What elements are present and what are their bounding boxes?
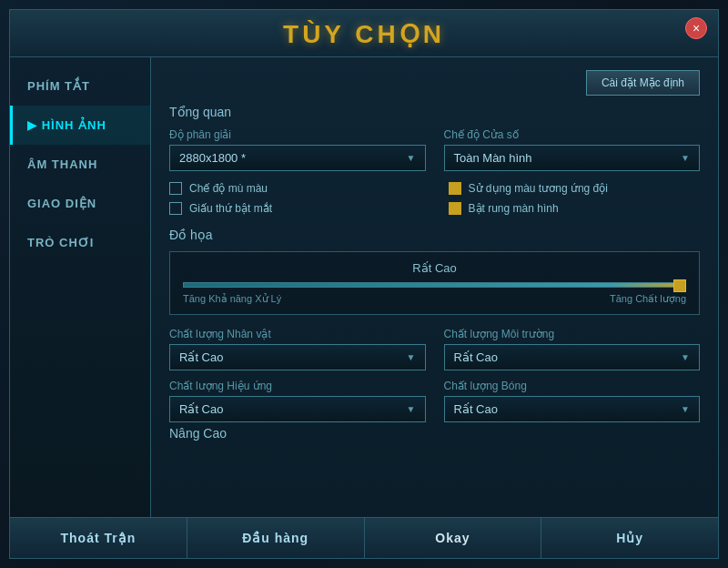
- dau-hang-button[interactable]: Đầu hàng: [187, 518, 365, 558]
- resolution-col: Độ phân giải 2880x1800 * ▼: [169, 128, 426, 171]
- moi-truong-arrow-icon: ▼: [681, 352, 690, 362]
- checkbox-col-left: Chế độ mù màu Giấu thứ bật mắt: [169, 182, 421, 215]
- graphics-section: Đồ họa Rất Cao Tăng Khả năng Xử Lý Tăng …: [169, 228, 700, 422]
- checkbox-bat-rung-box[interactable]: [449, 202, 461, 215]
- checkbox-section: Chế độ mù màu Giấu thứ bật mắt Sử dụng m…: [169, 182, 700, 215]
- advanced-section: Nâng Cao: [169, 426, 700, 441]
- checkbox-mu-mau-label: Chế độ mù màu: [189, 182, 268, 195]
- nhan-vat-label: Chất lượng Nhân vật: [169, 328, 426, 340]
- checkbox-mu-mau-box[interactable]: [169, 182, 182, 195]
- sidebar-item-phim-tat[interactable]: PHÍM TẮT: [10, 66, 150, 106]
- moi-truong-value: Rất Cao: [454, 350, 498, 364]
- sidebar: PHÍM TẮT ▶ HÌNH ẢNH ÂM THANH GIAO DIỆN T…: [10, 57, 151, 517]
- bong-col: Chất lượng Bóng Rất Cao ▼: [444, 380, 701, 422]
- bong-label: Chất lượng Bóng: [444, 380, 701, 392]
- resolution-row: Độ phân giải 2880x1800 * ▼ Chế độ Cửa số…: [169, 128, 700, 171]
- hieu-ung-value: Rất Cao: [179, 402, 223, 416]
- nhan-vat-value: Rất Cao: [179, 350, 223, 364]
- resolution-value: 2880x1800 *: [179, 151, 246, 165]
- moi-truong-label: Chất lượng Môi trường: [444, 328, 701, 340]
- hieu-ung-label: Chất lượng Hiệu ứng: [169, 380, 426, 392]
- modal-header: TÙY CHỌN ×: [10, 10, 718, 57]
- active-indicator: ▶: [27, 118, 42, 132]
- sidebar-item-giao-dien[interactable]: GIAO DIỆN: [10, 184, 150, 223]
- checkbox-bat-rung[interactable]: Bật rung màn hình: [449, 202, 701, 215]
- window-mode-value: Toàn Màn hình: [454, 151, 532, 165]
- checkbox-bat-rung-label: Bật rung màn hình: [469, 202, 559, 215]
- thoat-tran-button[interactable]: Thoát Trận: [10, 518, 187, 558]
- hieu-ung-col: Chất lượng Hiệu ứng Rất Cao ▼: [169, 380, 426, 422]
- slider-labels: Tăng Khả năng Xử Lý Tăng Chất lượng: [183, 293, 686, 305]
- modal-body: PHÍM TẮT ▶ HÌNH ẢNH ÂM THANH GIAO DIỆN T…: [10, 57, 718, 517]
- okay-button[interactable]: Okay: [365, 518, 542, 558]
- graphics-slider[interactable]: [183, 282, 686, 288]
- checkbox-su-dung[interactable]: Sử dụng màu tương ứng đội: [449, 182, 701, 195]
- resolution-arrow-icon: ▼: [407, 153, 416, 163]
- nhan-vat-select[interactable]: Rất Cao ▼: [169, 344, 426, 370]
- checkbox-giau-thu[interactable]: Giấu thứ bật mắt: [169, 202, 421, 215]
- hieu-ung-select[interactable]: Rất Cao ▼: [169, 396, 426, 422]
- modal-title: TÙY CHỌN: [283, 20, 445, 48]
- moi-truong-col: Chất lượng Môi trường Rất Cao ▼: [444, 328, 701, 370]
- checkbox-col-right: Sử dụng màu tương ứng đội Bật rung màn h…: [449, 182, 701, 215]
- slider-thumb[interactable]: [673, 279, 686, 292]
- checkbox-giau-thu-box[interactable]: [169, 202, 182, 215]
- window-mode-col: Chế độ Cửa số Toàn Màn hình ▼: [444, 128, 701, 171]
- modal-footer: Thoát Trận Đầu hàng Okay Hủy: [10, 517, 718, 558]
- section-nang-cao: Nâng Cao: [169, 426, 700, 441]
- section-tong-quan: Tổng quan: [169, 105, 700, 119]
- resolution-select[interactable]: 2880x1800 * ▼: [169, 145, 426, 171]
- nhan-vat-arrow-icon: ▼: [407, 352, 416, 362]
- slider-left-label: Tăng Khả năng Xử Lý: [183, 293, 281, 305]
- huy-button[interactable]: Hủy: [541, 518, 718, 558]
- close-button[interactable]: ×: [685, 17, 707, 39]
- slider-right-label: Tăng Chất lượng: [610, 293, 686, 305]
- window-mode-arrow-icon: ▼: [681, 153, 690, 163]
- nhan-vat-col: Chất lượng Nhân vật Rất Cao ▼: [169, 328, 426, 370]
- section-do-hoa: Đồ họa: [169, 228, 700, 242]
- checkbox-su-dung-box[interactable]: [449, 182, 461, 195]
- checkbox-mu-mau[interactable]: Chế độ mù màu: [169, 182, 421, 195]
- main-content: Cài đặt Mặc định Tổng quan Độ phân giải …: [151, 57, 718, 517]
- quality-dropdowns: Chất lượng Nhân vật Rất Cao ▼ Chất lượng…: [169, 328, 700, 422]
- reset-button[interactable]: Cài đặt Mặc định: [586, 70, 700, 96]
- hieu-ung-arrow-icon: ▼: [407, 404, 416, 414]
- sidebar-item-am-thanh[interactable]: ÂM THANH: [10, 145, 150, 184]
- window-mode-select[interactable]: Toàn Màn hình ▼: [444, 145, 701, 171]
- window-mode-label: Chế độ Cửa số: [444, 128, 701, 141]
- graphics-box: Rất Cao Tăng Khả năng Xử Lý Tăng Chất lư…: [169, 251, 700, 315]
- sidebar-item-tro-choi[interactable]: TRÒ CHƠI: [10, 223, 150, 262]
- checkbox-giau-thu-label: Giấu thứ bật mắt: [189, 202, 272, 215]
- checkbox-su-dung-label: Sử dụng màu tương ứng đội: [469, 182, 608, 195]
- moi-truong-select[interactable]: Rất Cao ▼: [444, 344, 701, 370]
- bong-arrow-icon: ▼: [681, 404, 690, 414]
- bong-value: Rất Cao: [454, 402, 498, 416]
- resolution-label: Độ phân giải: [169, 128, 426, 141]
- slider-track: [183, 282, 686, 288]
- graphics-preset-label: Rất Cao: [183, 261, 686, 275]
- bong-select[interactable]: Rất Cao ▼: [444, 396, 701, 422]
- sidebar-item-hinh-anh[interactable]: ▶ HÌNH ẢNH: [10, 106, 150, 145]
